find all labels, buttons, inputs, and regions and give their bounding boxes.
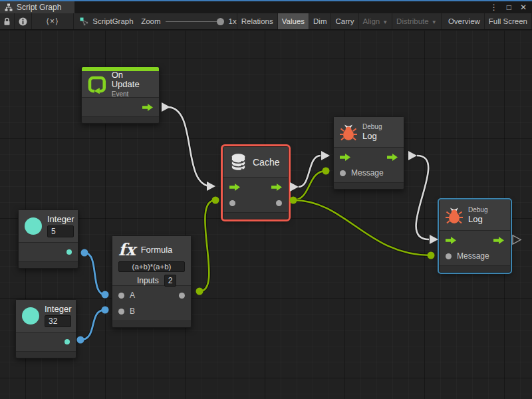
variables-button[interactable]: ⟨×⟩	[32, 13, 74, 29]
input-port-b[interactable]	[118, 309, 124, 315]
node-footer	[82, 117, 159, 123]
close-icon[interactable]: ✕	[520, 1, 527, 13]
carry-label: Carry	[335, 17, 354, 25]
port-label: Message	[351, 168, 384, 178]
flow-input-port[interactable]	[229, 184, 240, 191]
wire-end-arrow[interactable]	[321, 151, 330, 160]
wire-endpoint[interactable]	[323, 168, 330, 175]
wire-start-arrow[interactable]	[408, 151, 417, 160]
wire-onupdate-to-cache[interactable]	[168, 107, 211, 186]
node-footer	[334, 183, 404, 189]
titlebar: Script Graph ⋮ □ ✕	[0, 1, 532, 13]
wire-start-arrow[interactable]	[162, 102, 170, 112]
flow-output-port[interactable]	[493, 237, 504, 244]
graph-name-breadcrumb[interactable]: ScriptGraph	[74, 13, 141, 29]
flow-input-port[interactable]	[446, 237, 456, 244]
integer-value-field[interactable]: 32	[45, 315, 71, 327]
database-icon	[229, 153, 247, 172]
node-title: Integer	[47, 215, 74, 224]
tab-script-graph[interactable]: Script Graph	[0, 1, 74, 13]
overview-label: Overview	[448, 17, 480, 25]
node-formula[interactable]: fx Formula (a+b)*(a+b) Inputs 2 A	[112, 235, 192, 328]
overview-button[interactable]: Overview	[444, 13, 485, 29]
node-cache[interactable]: Cache	[223, 146, 289, 219]
values-button[interactable]: Values	[278, 13, 309, 29]
wire-endpoint[interactable]	[212, 197, 219, 204]
bug-icon	[446, 207, 463, 224]
wire-endpoint[interactable]	[102, 291, 109, 299]
full-screen-button[interactable]: Full Screen	[485, 13, 532, 29]
wire-endpoint[interactable]	[81, 249, 88, 257]
node-debug-log-2[interactable]: Debug Log Message	[439, 200, 511, 273]
relations-button[interactable]: Relations	[237, 13, 278, 29]
distribute-dropdown[interactable]: Distribute ▼	[392, 13, 442, 29]
value-output-port[interactable]	[65, 339, 70, 344]
inputs-label: Inputs	[137, 276, 159, 285]
node-header: Integer 5	[19, 210, 78, 243]
unconnected-output-arrow[interactable]	[513, 235, 521, 244]
node-title: Cache	[253, 158, 279, 167]
dim-label: Dim	[313, 17, 327, 25]
wire-cache-to-debug1[interactable]	[299, 156, 321, 187]
window-controls: ⋮ □ ✕	[490, 1, 527, 13]
info-button[interactable]	[15, 13, 31, 29]
node-debug-log-1[interactable]: Debug Log Message	[333, 116, 404, 190]
flow-output-port[interactable]	[387, 154, 398, 161]
wire-endpoint[interactable]	[102, 307, 109, 314]
wire-end-arrow[interactable]	[430, 235, 438, 244]
wire-end-arrow[interactable]	[207, 182, 215, 191]
wire-endpoint[interactable]	[290, 197, 297, 204]
graph-toolbar: ⟨×⟩ ScriptGraph Zoom 1x Relations Values	[0, 13, 532, 30]
loop-arrow-icon	[88, 75, 106, 94]
align-dropdown[interactable]: Align ▼	[359, 13, 393, 29]
wire-debug1-to-debug2[interactable]	[416, 156, 429, 239]
node-ports	[82, 98, 159, 117]
node-header: Cache	[223, 147, 288, 178]
node-ports	[223, 178, 288, 213]
wire-cache-to-debug1-message[interactable]	[293, 171, 326, 200]
tab-label: Script Graph	[17, 3, 61, 12]
node-ports	[16, 332, 76, 352]
hierarchy-icon	[5, 3, 13, 11]
wire-formula-to-cache[interactable]	[200, 200, 215, 291]
node-title: Log	[362, 132, 382, 141]
node-header: On Update Event	[82, 71, 159, 98]
flow-output-port[interactable]	[271, 184, 282, 191]
node-footer	[112, 321, 191, 327]
value-output-port[interactable]	[276, 200, 282, 206]
port-label: Message	[457, 251, 489, 261]
node-ports: Message	[334, 148, 404, 183]
carry-button[interactable]: Carry	[331, 13, 358, 29]
wire-integer2-to-formula-b[interactable]	[80, 310, 105, 340]
zoom-slider[interactable]	[166, 18, 224, 25]
input-port-a[interactable]	[118, 293, 124, 299]
dim-button[interactable]: Dim	[309, 13, 331, 29]
value-output-port[interactable]	[179, 293, 185, 299]
maximize-icon[interactable]: □	[507, 1, 511, 13]
wire-endpoint[interactable]	[196, 288, 203, 295]
zoom-slider-handle[interactable]	[217, 18, 224, 25]
wire-endpoint[interactable]	[77, 336, 84, 344]
inputs-count-field[interactable]: 2	[164, 275, 177, 287]
node-on-update[interactable]: On Update Event	[81, 66, 160, 124]
message-input-port[interactable]	[340, 170, 346, 176]
wire-cache-to-debug2-message[interactable]	[293, 200, 431, 255]
wire-integer1-to-formula-a[interactable]	[84, 253, 105, 295]
message-input-port[interactable]	[446, 253, 452, 259]
flow-output-port[interactable]	[142, 104, 153, 111]
graph-canvas[interactable]: On Update Event	[0, 31, 532, 399]
port-label: A	[130, 291, 135, 300]
node-footer	[440, 266, 510, 272]
node-integer-1[interactable]: Integer 5	[18, 209, 78, 269]
wire-start-arrow[interactable]	[290, 182, 299, 192]
node-header: Debug Log	[334, 117, 404, 148]
integer-value-field[interactable]: 5	[47, 225, 74, 237]
lock-button[interactable]	[0, 13, 15, 29]
kebab-menu-icon[interactable]: ⋮	[490, 1, 498, 13]
value-input-port[interactable]	[229, 200, 235, 206]
flow-input-port[interactable]	[340, 154, 350, 161]
wire-endpoint[interactable]	[428, 252, 435, 259]
value-output-port[interactable]	[66, 249, 72, 255]
node-integer-2[interactable]: Integer 32	[15, 299, 76, 358]
formula-expression-field[interactable]: (a+b)*(a+b)	[118, 261, 185, 272]
